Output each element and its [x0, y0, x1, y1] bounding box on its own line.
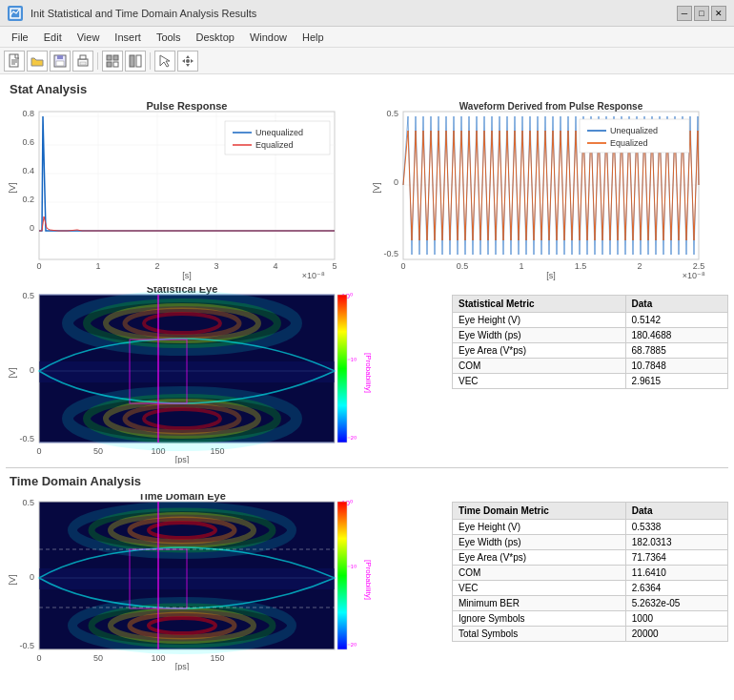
- svg-text:0: 0: [30, 223, 34, 233]
- stat-metric-row: Eye Area (V*ps)68.7885: [453, 343, 728, 359]
- svg-text:0.5: 0.5: [22, 291, 34, 300]
- svg-text:1: 1: [519, 261, 523, 271]
- stat-bottom-row: Statistical Eye 0.5 0 -0.5 [V] 0 50 100 …: [6, 287, 728, 463]
- svg-marker-17: [160, 55, 170, 67]
- svg-text:[V]: [V]: [8, 367, 17, 378]
- svg-text:0.5: 0.5: [386, 109, 398, 118]
- svg-marker-21: [191, 59, 194, 63]
- stat-col-metric: Statistical Metric: [453, 296, 626, 313]
- svg-text:0.6: 0.6: [22, 137, 34, 147]
- td-metric-value: 11.6410: [625, 566, 727, 581]
- stat-top-row: Pulse Response 0.8 0.6 0.4 0.2 0 [V] 0 1…: [6, 102, 728, 283]
- time-domain-eye-svg: Time Domain Eye 0.5 0 -0.5 [V] 0 50 100 …: [6, 494, 377, 670]
- toolbar-sep-1: [97, 52, 98, 70]
- stat-metrics-panel: Statistical Metric Data Eye Height (V)0.…: [452, 295, 728, 463]
- svg-marker-19: [186, 64, 190, 67]
- svg-text:Equalized: Equalized: [610, 138, 648, 148]
- toggle1-button[interactable]: [102, 51, 123, 72]
- td-metric-name: Eye Width (ps): [453, 535, 626, 550]
- svg-rect-11: [107, 55, 112, 60]
- svg-rect-7: [56, 61, 64, 66]
- td-metric-row: Ignore Symbols1000: [453, 611, 728, 627]
- svg-text:0: 0: [36, 261, 41, 271]
- time-domain-eye-plot: Time Domain Eye 0.5 0 -0.5 [V] 0 50 100 …: [6, 494, 446, 670]
- pulse-response-svg: Pulse Response 0.8 0.6 0.4 0.2 0 [V] 0 1…: [6, 102, 358, 283]
- menu-file[interactable]: File: [4, 30, 36, 45]
- stat-metric-row: Eye Width (ps)180.4688: [453, 328, 728, 343]
- svg-text:50: 50: [93, 446, 103, 456]
- td-metric-name: COM: [453, 566, 626, 581]
- close-button[interactable]: ✕: [711, 6, 726, 21]
- td-metric-value: 5.2632e-05: [625, 596, 727, 611]
- statistical-eye-svg: Statistical Eye 0.5 0 -0.5 [V] 0 50 100 …: [6, 287, 377, 463]
- menu-tools[interactable]: Tools: [149, 30, 189, 45]
- svg-text:5: 5: [332, 261, 336, 271]
- stat-metrics-table: Statistical Metric Data Eye Height (V)0.…: [452, 295, 728, 389]
- pulse-response-plot: Pulse Response 0.8 0.6 0.4 0.2 0 [V] 0 1…: [6, 102, 364, 283]
- stat-col-data: Data: [625, 296, 727, 313]
- td-metric-name: Eye Area (V*ps): [453, 550, 626, 566]
- new-button[interactable]: [4, 51, 25, 72]
- svg-text:4: 4: [273, 261, 277, 271]
- time-domain-metrics-table: Time Domain Metric Data Eye Height (V)0.…: [452, 502, 728, 642]
- waveform-svg: Waveform Derived from Pulse Response 0.5…: [370, 102, 723, 283]
- stat-metric-name: Eye Area (V*ps): [453, 343, 626, 359]
- svg-text:Pulse Response: Pulse Response: [147, 102, 228, 112]
- window-title: Init Statistical and Time Domain Analysi…: [31, 8, 669, 19]
- stat-metric-row: Eye Height (V)0.5142: [453, 313, 728, 328]
- stat-metric-row: VEC2.9615: [453, 374, 728, 389]
- pan-button[interactable]: [177, 51, 198, 72]
- svg-text:[ps]: [ps]: [175, 455, 190, 463]
- svg-text:[V]: [V]: [8, 574, 17, 585]
- svg-rect-6: [57, 55, 63, 59]
- toolbar-sep-2: [150, 52, 151, 70]
- td-metric-value: 20000: [625, 627, 727, 642]
- svg-text:-0.5: -0.5: [19, 434, 34, 443]
- time-domain-section: Time Domain Analysis Time Domain Eye 0.5…: [6, 472, 728, 670]
- svg-text:[Probability]: [Probability]: [364, 560, 373, 600]
- toggle2-button[interactable]: [125, 51, 146, 72]
- title-bar: Init Statistical and Time Domain Analysi…: [0, 0, 734, 27]
- menu-bar: File Edit View Insert Tools Desktop Wind…: [0, 27, 734, 48]
- svg-text:3: 3: [214, 261, 218, 271]
- time-domain-metrics-panel: Time Domain Metric Data Eye Height (V)0.…: [452, 502, 728, 670]
- stat-metric-row: COM10.7848: [453, 359, 728, 374]
- svg-text:[ps]: [ps]: [175, 662, 190, 670]
- menu-edit[interactable]: Edit: [36, 30, 70, 45]
- svg-marker-20: [182, 59, 185, 63]
- stat-section-header: Stat Analysis: [6, 80, 728, 98]
- menu-window[interactable]: Window: [242, 30, 295, 45]
- svg-text:-0.5: -0.5: [383, 249, 398, 258]
- menu-insert[interactable]: Insert: [107, 30, 149, 45]
- stat-metric-value: 2.9615: [625, 374, 727, 389]
- menu-desktop[interactable]: Desktop: [189, 30, 242, 45]
- svg-text:100: 100: [151, 653, 165, 663]
- td-col-metric: Time Domain Metric: [453, 503, 626, 520]
- svg-point-22: [186, 59, 190, 63]
- time-domain-header: Time Domain Analysis: [6, 472, 728, 490]
- save-button[interactable]: [50, 51, 71, 72]
- svg-text:0: 0: [36, 446, 41, 456]
- td-metric-value: 71.7364: [625, 550, 727, 566]
- statistical-eye-plot: Statistical Eye 0.5 0 -0.5 [V] 0 50 100 …: [6, 287, 446, 463]
- svg-text:-0.5: -0.5: [19, 641, 34, 650]
- svg-rect-15: [130, 55, 134, 67]
- td-metric-value: 1000: [625, 611, 727, 627]
- stat-metric-value: 68.7885: [625, 343, 727, 359]
- maximize-button[interactable]: □: [694, 6, 709, 21]
- minimize-button[interactable]: ─: [677, 6, 692, 21]
- td-metric-name: Ignore Symbols: [453, 611, 626, 627]
- print-button[interactable]: [72, 51, 93, 72]
- svg-text:Equalized: Equalized: [255, 140, 294, 150]
- menu-view[interactable]: View: [70, 30, 108, 45]
- svg-rect-136: [337, 502, 347, 649]
- svg-text:2.5: 2.5: [693, 261, 705, 271]
- cursor-button[interactable]: [154, 51, 175, 72]
- svg-rect-104: [337, 295, 347, 443]
- svg-text:2: 2: [154, 261, 159, 271]
- td-metric-row: Minimum BER5.2632e-05: [453, 596, 728, 611]
- svg-text:[V]: [V]: [8, 182, 17, 193]
- open-button[interactable]: [27, 51, 48, 72]
- window-controls[interactable]: ─ □ ✕: [677, 6, 726, 21]
- menu-help[interactable]: Help: [295, 30, 332, 45]
